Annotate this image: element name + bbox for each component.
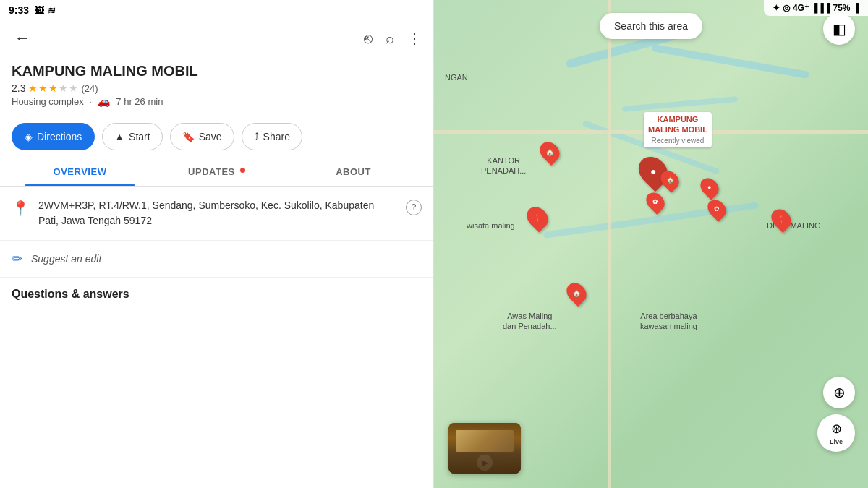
map-pin-desa[interactable]: 📍 (773, 208, 790, 230)
save-button[interactable]: 🔖 Save (170, 123, 234, 150)
star-1: ★ (28, 82, 38, 94)
share-icon[interactable]: ⎋ (364, 30, 373, 47)
nav-right: ⎋ ⌕ ⋮ (364, 30, 422, 47)
share-label: Share (263, 131, 290, 142)
star-5: ★ (69, 82, 78, 94)
star-4: ★ (59, 82, 68, 94)
photo-icon: 🖼 (35, 5, 44, 16)
kampung-label-box: KAMPUNGMALING MOBIL Recently viewed (644, 112, 712, 147)
more-icon[interactable]: ⋮ (407, 30, 422, 47)
bluetooth-icon: ✦ (773, 3, 780, 13)
map-label-ngan: NGAN (445, 72, 468, 82)
kampung-label-text: KAMPUNGMALING MOBIL (648, 115, 707, 134)
save-label: Save (199, 131, 222, 142)
address-text: 2WVM+R3P, RT.4/RW.1, Sendang, Sumbersoko… (38, 198, 397, 228)
search-area-label: Search this area (614, 20, 688, 32)
qa-title: Questions & answers (12, 288, 422, 301)
battery-icon: ▐ (853, 3, 859, 13)
status-icons: 🖼 ≋ (35, 5, 56, 16)
review-count: (24) (81, 83, 98, 94)
share-arrow-icon: ⤴ (254, 131, 259, 142)
directions-label: Directions (37, 131, 82, 142)
river-2 (652, 44, 809, 79)
meta-dot: · (90, 96, 93, 107)
rating-row: 2.3 ★ ★ ★ ★ ★ (24) (12, 82, 422, 94)
map-label-kantor: KANTORPENADAH... (481, 155, 526, 176)
drive-time: 7 hr 26 min (116, 96, 163, 107)
car-icon: 🚗 (98, 95, 110, 107)
live-label: Live (830, 438, 843, 445)
search-icon[interactable]: ⌕ (386, 30, 394, 47)
layer-icon: ◧ (833, 20, 846, 38)
map-label-awas: Awas Malingdan Penadah... (503, 311, 557, 332)
map-pin-wisata[interactable]: 📍 (528, 206, 547, 229)
star-2: ★ (38, 82, 48, 94)
qa-section: Questions & answers (0, 278, 433, 311)
location-icon-small: ◎ (783, 3, 790, 13)
layer-button[interactable]: ◧ (823, 13, 855, 45)
map-panel: NGAN KANTORPENADAH... wisata maling Awas… (434, 0, 868, 488)
help-icon[interactable]: ? (406, 200, 422, 215)
share-button[interactable]: ⤴ Share (242, 123, 302, 150)
place-name: KAMPUNG MALING MOBIL (12, 62, 422, 80)
map-background[interactable]: NGAN KANTORPENADAH... wisata maling Awas… (434, 0, 868, 488)
place-info: KAMPUNG MALING MOBIL 2.3 ★ ★ ★ ★ ★ (24) … (0, 56, 433, 116)
crosshair-icon: ⊕ (833, 384, 846, 401)
tab-overview[interactable]: OVERVIEW (12, 158, 148, 186)
road-vertical (608, 0, 611, 488)
map-pin-right-2[interactable]: ✿ (709, 199, 725, 219)
suggest-edit-label[interactable]: Suggest an edit (31, 253, 101, 265)
updates-notification-dot (240, 168, 245, 173)
battery-level: 75% (833, 3, 850, 13)
map-pin-kampung-2[interactable]: 🏠 (662, 170, 678, 190)
save-icon: 🔖 (182, 131, 195, 142)
signal-icon: ≋ (48, 5, 56, 16)
map-label-wisata: wisata maling (467, 221, 515, 231)
map-pin-right-1[interactable]: ● (702, 177, 718, 197)
place-meta: Housing complex · 🚗 7 hr 26 min (12, 95, 422, 107)
map-status-bar: ✦ ◎ 4G⁺ ▐▐▐ 75% ▐ (764, 0, 868, 16)
category-label: Housing complex (12, 96, 84, 107)
nav-left: ← (12, 26, 33, 51)
tab-about[interactable]: ABOUT (285, 158, 422, 186)
address-row: 📍 2WVM+R3P, RT.4/RW.1, Sendang, Sumberso… (12, 198, 422, 228)
start-icon: ▲ (114, 131, 124, 142)
signal-strength: 4G⁺ (793, 3, 809, 13)
signal-bars: ▐▐▐ (812, 3, 830, 13)
tab-about-label: ABOUT (336, 166, 371, 177)
status-bar: 9:33 🖼 ≋ (0, 0, 433, 20)
directions-diamond-icon: ◈ (25, 131, 33, 142)
recently-viewed-label: Recently viewed (652, 137, 705, 145)
live-button[interactable]: ⊛ Live (817, 414, 855, 452)
address-section: 📍 2WVM+R3P, RT.4/RW.1, Sendang, Sumberso… (0, 187, 433, 241)
status-time: 9:33 (9, 4, 29, 16)
suggest-edit-row[interactable]: ✏ Suggest an edit (0, 241, 433, 278)
tabs-row: OVERVIEW UPDATES ABOUT (0, 158, 433, 187)
star-3: ★ (48, 82, 58, 94)
location-pin-icon: 📍 (12, 200, 30, 217)
map-pin-kantor[interactable]: 🏠 (541, 141, 558, 163)
location-button[interactable]: ⊕ (823, 377, 855, 408)
tab-updates-label: UPDATES (188, 166, 235, 177)
map-thumbnail[interactable]: ▶ (448, 423, 521, 474)
tab-updates[interactable]: UPDATES (148, 158, 285, 186)
live-icon: ⊛ (831, 421, 842, 437)
start-label: Start (129, 131, 150, 142)
river-3 (622, 96, 738, 112)
map-label-area: Area berbahayakawasan maling (640, 311, 697, 332)
search-area-button[interactable]: Search this area (600, 13, 702, 39)
stars: ★ ★ ★ ★ ★ (28, 82, 78, 94)
edit-pencil-icon: ✏ (12, 251, 22, 267)
back-button[interactable]: ← (12, 26, 33, 51)
action-buttons: ◈ Directions ▲ Start 🔖 Save ⤴ Share (0, 116, 433, 158)
map-pin-kampung-3[interactable]: ✿ (647, 192, 663, 212)
start-button[interactable]: ▲ Start (102, 123, 162, 150)
tab-overview-label: OVERVIEW (54, 166, 107, 177)
left-panel: 9:33 🖼 ≋ ← ⎋ ⌕ ⋮ KAMPUNG MALING MOBIL 2.… (0, 0, 434, 488)
map-pin-awas[interactable]: 🏠 (568, 282, 585, 304)
top-nav: ← ⎋ ⌕ ⋮ (0, 20, 433, 56)
directions-button[interactable]: ◈ Directions (12, 123, 95, 150)
rating-number: 2.3 (12, 82, 25, 94)
